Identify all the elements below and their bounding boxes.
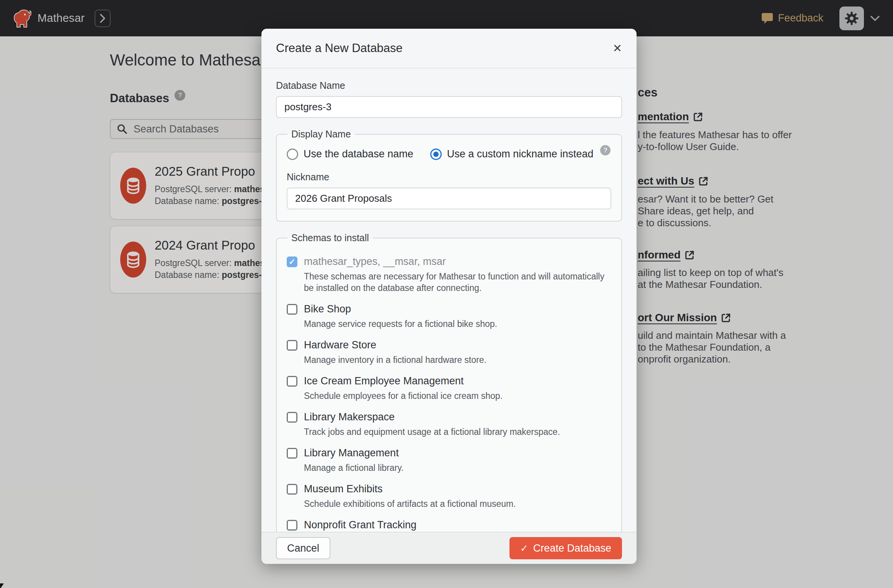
schema-item: Bike Shop Manage service requests for a … xyxy=(287,303,611,330)
database-name-label: Database Name xyxy=(276,80,622,91)
schema-label[interactable]: Nonprofit Grant Tracking xyxy=(304,519,416,531)
checkbox-icon[interactable] xyxy=(287,304,297,315)
radio-icon xyxy=(287,149,298,160)
schema-item: Hardware Store Manage inventory in a fic… xyxy=(287,339,611,366)
checkbox-icon[interactable] xyxy=(287,484,297,495)
schema-item: Library Management Manage a fictional li… xyxy=(287,447,611,474)
modal-footer: Cancel ✓ Create Database xyxy=(261,532,637,564)
schema-description: Manage service requests for a fictional … xyxy=(304,318,611,330)
nickname-help-icon[interactable]: ? xyxy=(600,145,611,155)
checkbox-icon[interactable] xyxy=(287,376,297,387)
close-icon[interactable]: ✕ xyxy=(613,42,622,55)
create-database-button[interactable]: ✓ Create Database xyxy=(509,537,622,559)
checkbox-icon[interactable] xyxy=(287,412,297,423)
schemas-legend: Schemas to install xyxy=(287,232,373,243)
database-name-input[interactable] xyxy=(276,96,622,118)
schema-description: Schedule exhibitions of artifacts at a f… xyxy=(304,498,611,510)
radio-use-database-name[interactable]: Use the database name xyxy=(287,148,413,160)
create-database-modal: Create a New Database ✕ Database Name Di… xyxy=(261,29,637,564)
checkbox-checked-icon: ✓ xyxy=(287,256,297,267)
display-name-fieldset: Display Name Use the database name Use a… xyxy=(276,129,622,222)
schema-label[interactable]: Library Makerspace xyxy=(304,411,395,423)
schema-item: Nonprofit Grant Tracking Sample data sho… xyxy=(287,519,611,532)
checkbox-icon[interactable] xyxy=(287,448,297,459)
schema-item: Library Makerspace Track jobs and equipm… xyxy=(287,411,611,438)
schema-description: Schedule employees for a fictional ice c… xyxy=(304,390,611,402)
display-name-legend: Display Name xyxy=(287,129,355,140)
schema-item: Museum Exhibits Schedule exhibitions of … xyxy=(287,483,611,510)
checkbox-icon[interactable] xyxy=(287,340,297,351)
schema-label[interactable]: Hardware Store xyxy=(304,339,376,351)
radio-selected-icon xyxy=(430,149,442,160)
cancel-button[interactable]: Cancel xyxy=(276,537,330,559)
schema-item: Ice Cream Employee Management Schedule e… xyxy=(287,375,611,402)
app-window: Mathesar Feedback xyxy=(0,0,893,588)
mouse-cursor xyxy=(0,583,4,588)
modal-header: Create a New Database ✕ xyxy=(261,29,637,69)
schema-label[interactable]: Library Management xyxy=(304,447,399,459)
schema-description: Track jobs and equipment usage at a fict… xyxy=(304,426,611,438)
schema-label[interactable]: Museum Exhibits xyxy=(304,483,383,495)
nickname-label: Nickname xyxy=(287,172,611,183)
modal-title: Create a New Database xyxy=(276,41,403,55)
radio-use-custom-nickname[interactable]: Use a custom nickname instead ? xyxy=(430,148,611,160)
schema-label: mathesar_types, __msar, msar xyxy=(304,256,446,268)
checkbox-icon[interactable] xyxy=(287,520,297,531)
schema-label[interactable]: Ice Cream Employee Management xyxy=(304,375,464,387)
modal-body: Database Name Display Name Use the datab… xyxy=(261,69,637,532)
check-icon: ✓ xyxy=(520,543,528,554)
schema-label[interactable]: Bike Shop xyxy=(304,303,351,315)
schema-description: Manage inventory in a fictional hardware… xyxy=(304,354,611,366)
schemas-fieldset: Schemas to install ✓ mathesar_types, __m… xyxy=(276,232,622,532)
nickname-input[interactable] xyxy=(287,188,611,209)
schema-description: Manage a fictional library. xyxy=(304,462,611,474)
schema-description: These schemas are necessary for Mathesar… xyxy=(304,271,611,294)
schema-item: ✓ mathesar_types, __msar, msar These sch… xyxy=(287,256,611,294)
